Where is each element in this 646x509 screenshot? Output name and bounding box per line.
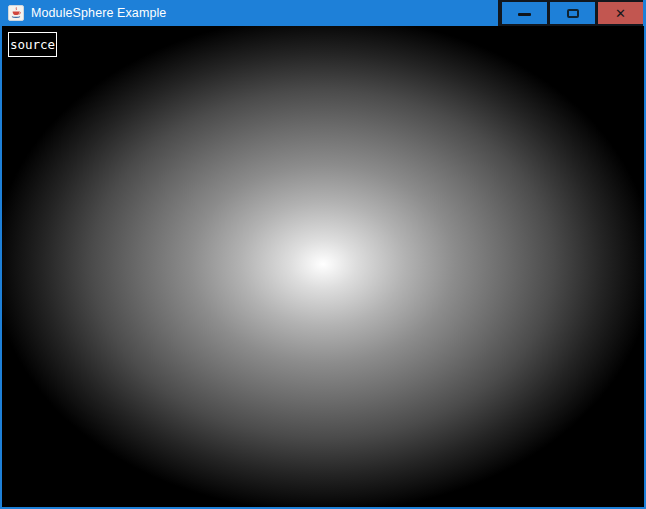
source-label: source [8, 32, 57, 57]
minimize-button[interactable] [502, 2, 547, 24]
app-window: ModuleSphere Example ✕ source [0, 0, 646, 509]
window-controls: ✕ [498, 0, 643, 26]
java-app-icon[interactable] [8, 5, 24, 21]
sphere-glow [2, 26, 644, 507]
java-coffee-cup-icon [10, 7, 22, 19]
maximize-icon [567, 9, 579, 18]
minimize-icon [518, 13, 531, 16]
maximize-button[interactable] [550, 2, 595, 24]
window-title: ModuleSphere Example [31, 6, 166, 20]
close-button[interactable]: ✕ [598, 2, 643, 24]
close-icon: ✕ [615, 7, 626, 20]
render-viewport[interactable]: source [2, 26, 644, 507]
